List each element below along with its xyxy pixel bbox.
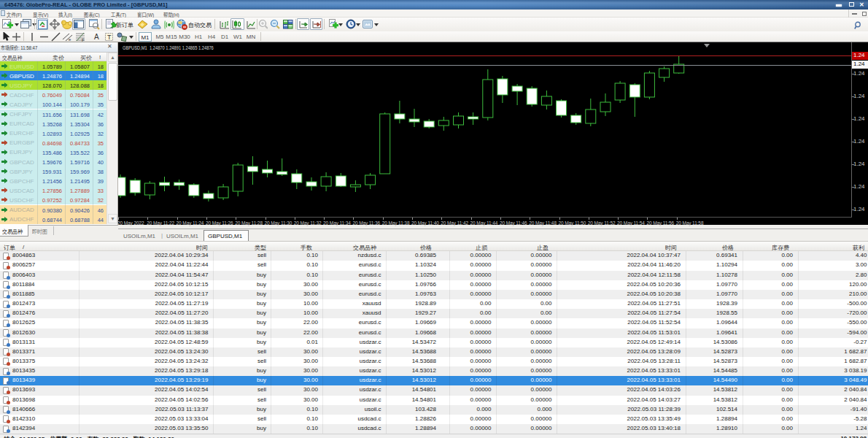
svg-text:T: T (107, 34, 112, 41)
